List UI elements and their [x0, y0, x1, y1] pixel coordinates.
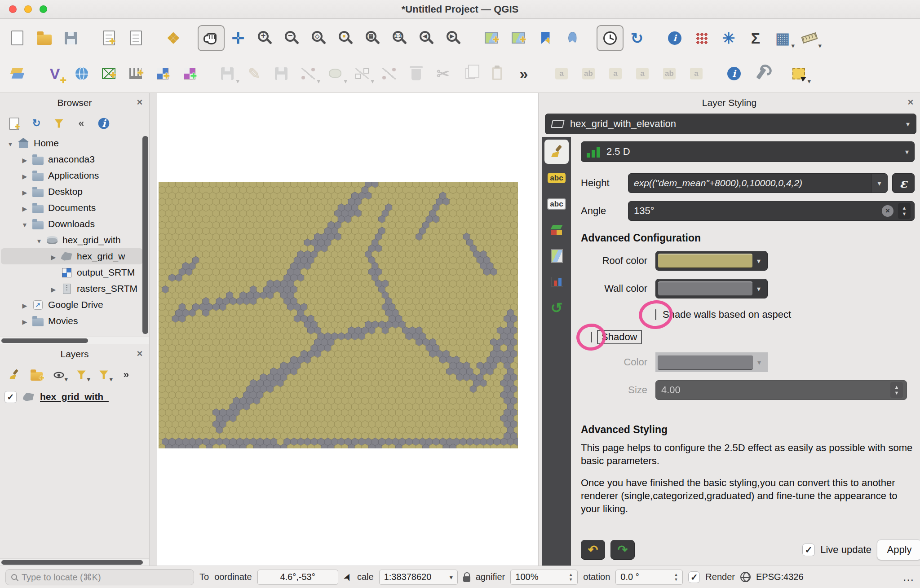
- expander-icon[interactable]: [19, 186, 31, 197]
- zoom-full-extent-tool[interactable]: [305, 25, 332, 51]
- render-checkbox[interactable]: [688, 571, 700, 583]
- chevron-down-icon[interactable]: [752, 257, 765, 265]
- save-project-button[interactable]: [58, 25, 84, 51]
- cut-features-button[interactable]: ✂: [429, 61, 456, 87]
- copy-features-button[interactable]: [456, 61, 483, 87]
- collapse-all-button[interactable]: «: [71, 114, 92, 133]
- toolbar-button[interactable]: [650, 25, 661, 51]
- open-data-source-manager-button[interactable]: [4, 61, 31, 87]
- toggle-editing-button[interactable]: ✎: [241, 61, 268, 87]
- add-group-button[interactable]: [26, 365, 47, 385]
- show-spatial-bookmarks-button[interactable]: [559, 25, 586, 51]
- statistical-summary-button[interactable]: Σ: [742, 25, 769, 51]
- temporal-controller-button[interactable]: [597, 25, 624, 51]
- magnifier-spinner[interactable]: [569, 572, 573, 582]
- show-layout-manager-button[interactable]: [122, 25, 149, 51]
- coordinate-input[interactable]: 4.6°,-53°: [257, 570, 338, 585]
- browser-item-rasters-srtm[interactable]: rasters_SRTM: [1, 281, 143, 297]
- renderer-dropdown[interactable]: 2.5 D: [581, 141, 915, 162]
- rotation-spinner[interactable]: [674, 572, 678, 582]
- expander-icon[interactable]: [19, 170, 31, 181]
- scrollbar-thumb[interactable]: [1, 560, 143, 565]
- new-3d-map-view-button[interactable]: [505, 25, 532, 51]
- toolbar-button[interactable]: [84, 25, 95, 51]
- new-shapefile-layer-button[interactable]: [176, 61, 203, 87]
- delete-selected-button[interactable]: [402, 61, 429, 87]
- angle-spinner[interactable]: [898, 203, 911, 219]
- roof-color-picker[interactable]: [655, 251, 768, 271]
- expander-icon[interactable]: [19, 202, 31, 213]
- measure-tool[interactable]: [796, 25, 823, 51]
- filter-by-expression-button[interactable]: [93, 365, 114, 385]
- split-features-button[interactable]: [376, 61, 402, 87]
- expander-icon[interactable]: [19, 154, 31, 165]
- chevron-down-icon[interactable]: [871, 174, 887, 193]
- expander-icon[interactable]: [4, 138, 16, 149]
- locate-search-input[interactable]: Type to locate (⌘K): [5, 569, 194, 585]
- tab-symbology[interactable]: [544, 140, 569, 164]
- close-browser-panel-icon[interactable]: [134, 97, 146, 108]
- vertex-tool-button[interactable]: [349, 61, 376, 87]
- expander-icon[interactable]: [19, 316, 31, 326]
- toolbar-button[interactable]: [31, 61, 41, 87]
- tab-rendering[interactable]: [544, 244, 569, 268]
- cursor-position-icon[interactable]: [341, 571, 354, 584]
- new-geopackage-layer-button[interactable]: [149, 61, 176, 87]
- layers-overflow-button[interactable]: »: [116, 365, 137, 385]
- open-attribute-table-button[interactable]: ▦: [769, 25, 796, 51]
- pin-labels-tool[interactable]: a: [629, 61, 656, 87]
- add-polygon-feature-button[interactable]: [322, 61, 349, 87]
- tab-labels[interactable]: abc: [544, 166, 569, 190]
- add-raster-layer-button[interactable]: [68, 61, 95, 87]
- scrollbar-thumb[interactable]: [1, 338, 88, 343]
- clear-icon[interactable]: [882, 205, 893, 217]
- open-layer-styling-button[interactable]: [4, 365, 24, 385]
- zoom-out-tool[interactable]: [279, 25, 305, 51]
- hex-grid-map-image[interactable]: [159, 182, 518, 448]
- chevron-down-icon[interactable]: [752, 285, 765, 293]
- toolbar-button[interactable]: [467, 25, 478, 51]
- expander-icon[interactable]: [33, 235, 45, 246]
- browser-item-google-drive[interactable]: Google Drive: [1, 297, 143, 313]
- wall-color-picker[interactable]: [655, 279, 768, 298]
- redo-button[interactable]: [610, 540, 635, 560]
- zoom-in-tool[interactable]: [252, 25, 279, 51]
- browser-item-documents[interactable]: Documents: [1, 200, 143, 216]
- refresh-map-button[interactable]: ↻: [624, 25, 650, 51]
- roof-color-swatch[interactable]: [658, 254, 752, 268]
- dropdown-caret-icon[interactable]: [807, 77, 811, 85]
- add-mesh-layer-button[interactable]: [95, 61, 122, 87]
- zoom-to-layer-tool[interactable]: [359, 25, 386, 51]
- dropdown-caret-icon[interactable]: [344, 77, 347, 85]
- layer-item-hex-grid[interactable]: hex_grid_with_: [4, 387, 145, 406]
- digitize-with-segment-button[interactable]: [295, 61, 322, 87]
- browser-properties-button[interactable]: i: [93, 114, 114, 133]
- current-edits-button[interactable]: [214, 61, 241, 87]
- dropdown-caret-icon[interactable]: [371, 77, 374, 85]
- move-label-tool[interactable]: a: [548, 61, 575, 87]
- expander-icon[interactable]: [48, 251, 59, 262]
- close-layer-styling-icon[interactable]: [905, 97, 916, 108]
- toolbar-button[interactable]: [774, 61, 785, 87]
- angle-value[interactable]: 135°: [634, 205, 882, 217]
- browser-item-movies[interactable]: Movies: [1, 313, 143, 329]
- height-expression-combo[interactable]: exp(("dem_mean"+8000),0,10000,0,4,2): [628, 173, 888, 193]
- zoom-next-tool[interactable]: [440, 25, 467, 51]
- apply-button[interactable]: Apply: [877, 540, 920, 560]
- dropdown-caret-icon[interactable]: [236, 77, 239, 85]
- dropdown-caret-icon[interactable]: [64, 375, 68, 383]
- dropdown-caret-icon[interactable]: [317, 77, 320, 85]
- browser-item-desktop[interactable]: Desktop: [1, 184, 143, 200]
- height-expression-value[interactable]: exp(("dem_mean"+8000),0,10000,0,4,2): [628, 178, 871, 189]
- options-button[interactable]: ✳: [715, 25, 742, 51]
- lock-scale-icon[interactable]: [463, 576, 470, 582]
- zoom-last-tool[interactable]: [413, 25, 440, 51]
- manage-map-themes-button[interactable]: [49, 365, 69, 385]
- browser-item-anaconda3[interactable]: anaconda3: [1, 151, 143, 167]
- toolbar-button[interactable]: [586, 25, 597, 51]
- dropdown-caret-icon[interactable]: [109, 375, 113, 383]
- add-vector-layer-button[interactable]: V: [41, 61, 68, 87]
- paste-features-button[interactable]: [483, 61, 510, 87]
- browser-item-downloads[interactable]: Downloads: [1, 216, 143, 232]
- dropdown-caret-icon[interactable]: [87, 375, 90, 383]
